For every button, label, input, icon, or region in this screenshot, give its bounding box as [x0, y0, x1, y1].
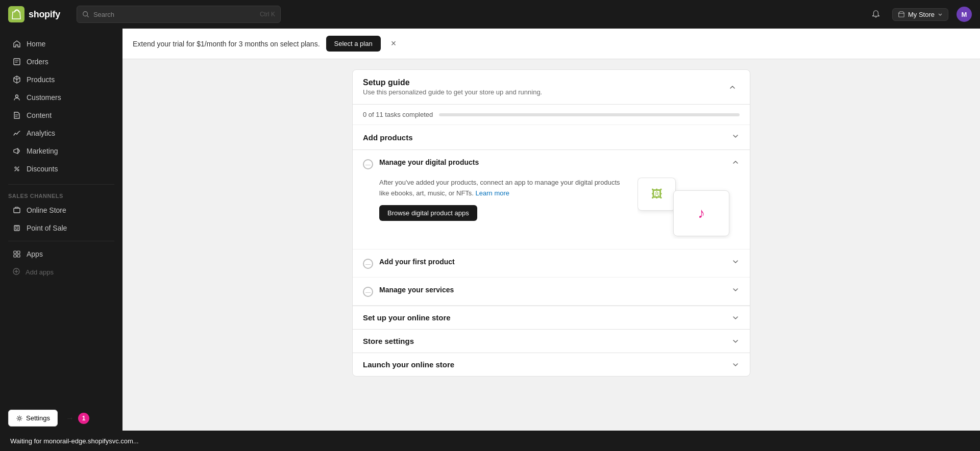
launch-online-store-expand-icon: [731, 361, 740, 369]
add-products-title: Add products: [363, 133, 413, 142]
task-illustration: 🖼 ♪: [638, 178, 740, 239]
launch-online-store-section: Launch your online store: [353, 353, 750, 376]
sidebar-products-label: Products: [27, 76, 55, 84]
sidebar-divider-2: [8, 241, 114, 241]
settings-area: Settings → 1: [0, 402, 93, 431]
task-add-first-product-checkbox: [363, 259, 373, 269]
app-layout: Home Orders Products Customers: [0, 29, 980, 431]
task-add-first-product: Add your first product: [353, 249, 750, 278]
task-manage-digital-actions: After you've added your products, connec…: [379, 178, 627, 221]
search-icon: [82, 11, 89, 18]
tutorial-badge: 1: [78, 413, 89, 424]
task-manage-digital-checkbox: [363, 159, 373, 169]
section-collapse-icon: [731, 132, 740, 142]
store-settings-header[interactable]: Store settings: [353, 330, 750, 353]
select-plan-button[interactable]: Select a plan: [326, 36, 381, 52]
svg-rect-14: [17, 255, 20, 257]
discounts-icon: [12, 164, 21, 173]
sidebar-orders-label: Orders: [27, 58, 48, 66]
browse-digital-apps-button[interactable]: Browse digital product apps: [379, 205, 477, 221]
sidebar-item-products[interactable]: Products: [4, 71, 118, 88]
sidebar-item-home[interactable]: Home: [4, 35, 118, 53]
settings-button[interactable]: Settings: [8, 410, 58, 427]
sidebar-item-apps[interactable]: Apps: [4, 245, 118, 263]
sidebar-item-orders[interactable]: Orders: [4, 53, 118, 70]
setup-guide-title: Setup guide: [363, 78, 542, 87]
content-area: Setup guide Use this personalized guide …: [342, 59, 761, 387]
task-add-first-product-content: Add your first product: [379, 258, 725, 266]
svg-rect-2: [14, 59, 20, 65]
search-placeholder: Search: [93, 11, 114, 18]
search-box[interactable]: Search Ctrl K: [77, 6, 281, 23]
store-selector-button[interactable]: My Store: [892, 8, 948, 21]
online-store-icon: [12, 206, 21, 215]
progress-bar-track: [439, 113, 740, 116]
task-manage-services-header[interactable]: Manage your services: [353, 278, 750, 305]
orders-icon: [12, 57, 21, 66]
sidebar-item-customers[interactable]: Customers: [4, 89, 118, 106]
setup-guide-collapse-button[interactable]: [725, 80, 740, 94]
sidebar-marketing-label: Marketing: [27, 147, 58, 155]
section-header-add-products[interactable]: Add products: [353, 125, 750, 150]
illus-image-icon: 🖼: [651, 188, 663, 201]
learn-more-link[interactable]: Learn more: [476, 189, 509, 197]
status-text: Waiting for monorail-edge.shopifysvc.com…: [10, 437, 139, 445]
set-up-online-store-header[interactable]: Set up your online store: [353, 306, 750, 329]
task-manage-digital-title: Manage your digital products: [379, 158, 725, 166]
task-manage-services: Manage your services: [353, 278, 750, 306]
set-up-online-store-section: Set up your online store: [353, 306, 750, 329]
setup-guide-card: Setup guide Use this personalized guide …: [352, 69, 750, 377]
store-settings-expand-icon: [731, 337, 740, 345]
settings-label: Settings: [26, 414, 50, 422]
store-name-label: My Store: [908, 11, 935, 18]
notifications-button[interactable]: [868, 6, 884, 22]
store-settings-section: Store settings: [353, 329, 750, 353]
sidebar-item-online-store[interactable]: Online Store: [4, 202, 118, 219]
svg-point-3: [16, 95, 18, 97]
task-add-first-product-title: Add your first product: [379, 258, 725, 266]
sidebar-discounts-label: Discounts: [27, 165, 58, 173]
task-add-first-product-header[interactable]: Add your first product: [353, 249, 750, 277]
banner-text: Extend your trial for $1/month for 3 mon…: [133, 40, 320, 48]
topbar: shopify Search Ctrl K My Store: [0, 0, 980, 29]
sidebar-item-analytics[interactable]: Analytics: [4, 124, 118, 142]
content-icon: [12, 111, 21, 120]
task-manage-digital: Manage your digital products After you'v…: [353, 150, 750, 249]
search-area: Search Ctrl K: [77, 6, 281, 23]
launch-online-store-title: Launch your online store: [363, 360, 454, 369]
sidebar-item-point-of-sale[interactable]: Point of Sale: [4, 219, 118, 237]
sidebar-add-apps[interactable]: Add apps: [4, 263, 118, 281]
setup-guide-header: Setup guide Use this personalized guide …: [353, 70, 750, 105]
main-content: Extend your trial for $1/month for 3 mon…: [122, 29, 980, 431]
sidebar-pos-label: Point of Sale: [27, 224, 67, 232]
svg-rect-13: [14, 255, 16, 257]
bottom-bar: Waiting for monorail-edge.shopifysvc.com…: [0, 431, 980, 451]
sidebar-item-content[interactable]: Content: [4, 107, 118, 124]
home-icon: [12, 39, 21, 48]
illus-music-icon: ♪: [698, 205, 705, 221]
set-up-online-store-title: Set up your online store: [363, 313, 451, 322]
task-manage-digital-header[interactable]: Manage your digital products: [353, 150, 750, 178]
sidebar-online-store-label: Online Store: [27, 206, 66, 214]
customers-icon: [12, 93, 21, 102]
task-manage-services-checkbox: [363, 287, 373, 297]
add-apps-icon: [12, 267, 20, 277]
svg-point-4: [15, 167, 16, 168]
task-manage-services-content: Manage your services: [379, 286, 725, 294]
avatar[interactable]: M: [957, 7, 972, 22]
trial-banner: Extend your trial for $1/month for 3 mon…: [122, 29, 980, 59]
tutorial-arrow: →: [66, 414, 74, 423]
store-icon: [898, 11, 905, 18]
banner-close-button[interactable]: ×: [391, 38, 397, 49]
sidebar-item-discounts[interactable]: Discounts: [4, 160, 118, 178]
svg-rect-12: [17, 251, 20, 254]
launch-online-store-header[interactable]: Launch your online store: [353, 353, 750, 376]
setup-guide-subtitle: Use this personalized guide to get your …: [363, 88, 542, 96]
progress-label: 0 of 11 tasks completed: [363, 111, 433, 118]
point-of-sale-icon: [12, 223, 21, 233]
products-icon: [12, 75, 21, 84]
chevron-down-icon: [938, 12, 943, 17]
task-manage-services-collapse: [731, 286, 740, 296]
svg-point-5: [17, 169, 19, 171]
sidebar-item-marketing[interactable]: Marketing: [4, 142, 118, 160]
